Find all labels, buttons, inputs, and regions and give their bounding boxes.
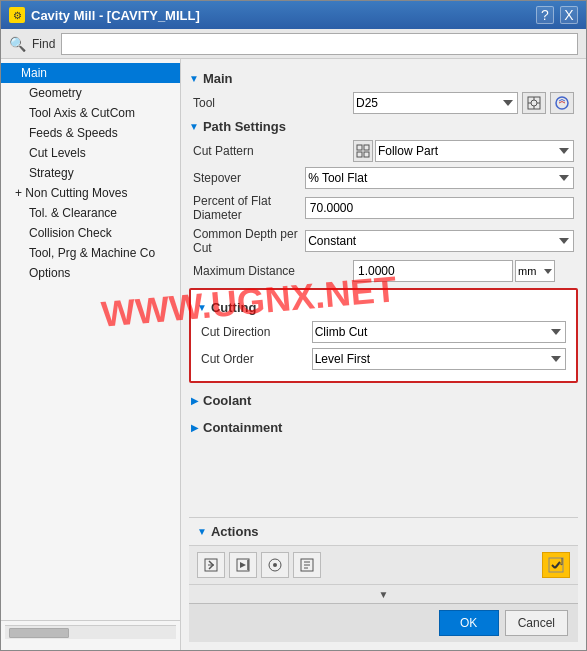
cut-pattern-select[interactable]: Follow Part Follow Periphery Zig Zag Zig…: [375, 140, 574, 162]
cut-direction-row: Cut Direction Climb Cut Conventional Cut: [197, 321, 570, 343]
containment-title: Containment: [203, 420, 282, 435]
actions-title: Actions: [211, 524, 259, 539]
cut-direction-label: Cut Direction: [201, 325, 312, 339]
panel-content: ▼ Main Tool D25: [189, 67, 578, 517]
cutting-title: Cutting: [211, 300, 256, 315]
cutting-header: ▼ Cutting: [197, 300, 570, 315]
help-button[interactable]: ?: [536, 6, 554, 24]
toolbar-btn2[interactable]: [229, 552, 257, 578]
actions-section: ▼ Actions: [189, 517, 578, 545]
toolbar-btn1[interactable]: [197, 552, 225, 578]
sidebar-item-main[interactable]: Main: [1, 63, 180, 83]
find-label: Find: [32, 37, 55, 51]
max-distance-label: Maximum Distance: [193, 264, 353, 278]
title-bar: ⚙ Cavity Mill - [CAVITY_MILL] ? X: [1, 1, 586, 29]
close-button[interactable]: X: [560, 6, 578, 24]
cut-order-label: Cut Order: [201, 352, 312, 366]
containment-header[interactable]: ▶ Containment: [189, 416, 578, 439]
toolbar-confirm-btn[interactable]: [542, 552, 570, 578]
cutting-section: ▼ Cutting Cut Direction Climb Cut Conven…: [189, 288, 578, 383]
sidebar-item-geometry[interactable]: Geometry: [1, 83, 180, 103]
tool-row: Tool D25: [189, 92, 578, 114]
tool-control: D25: [353, 92, 574, 114]
unit-select[interactable]: mm in: [515, 260, 555, 282]
stepover-select[interactable]: % Tool Flat % Tool Diameter Constant: [305, 167, 574, 189]
path-settings-header: ▼ Path Settings: [189, 119, 578, 134]
window-title: Cavity Mill - [CAVITY_MILL]: [31, 8, 200, 23]
find-icon: 🔍: [9, 36, 26, 52]
main-arrow[interactable]: ▼: [189, 73, 199, 84]
path-title: Path Settings: [203, 119, 286, 134]
common-depth-label: Common Depth per Cut: [193, 227, 305, 255]
sidebar-item-options[interactable]: Options: [1, 263, 180, 283]
toolbar-icons: [197, 552, 321, 578]
coolant-arrow: ▶: [191, 395, 199, 406]
cut-direction-select[interactable]: Climb Cut Conventional Cut: [312, 321, 566, 343]
tool-btn1[interactable]: [522, 92, 546, 114]
sidebar-item-feeds[interactable]: Feeds & Speeds: [1, 123, 180, 143]
coolant-header[interactable]: ▶ Coolant: [189, 389, 578, 412]
scroll-thumb[interactable]: [9, 628, 69, 638]
find-bar: 🔍 Find: [1, 29, 586, 59]
sidebar-item-cutlevels[interactable]: Cut Levels: [1, 143, 180, 163]
tool-label: Tool: [193, 96, 353, 110]
sidebar-item-tol[interactable]: Tol. & Clearance: [1, 203, 180, 223]
max-distance-control: mm in: [353, 260, 555, 282]
svg-point-1: [531, 100, 537, 106]
stepover-label: Stepover: [193, 171, 305, 185]
sidebar-item-noncutting[interactable]: + Non Cutting Moves: [1, 183, 180, 203]
tool-select[interactable]: D25: [353, 92, 518, 114]
scroll-indicator: ▼: [189, 584, 578, 603]
stepover-row: Stepover % Tool Flat % Tool Diameter Con…: [189, 167, 578, 189]
common-depth-select[interactable]: Constant Variable: [305, 230, 574, 252]
cut-order-select[interactable]: Level First Depth First: [312, 348, 566, 370]
tool-btn2[interactable]: [550, 92, 574, 114]
ok-button[interactable]: OK: [439, 610, 499, 636]
sidebar-scrollbar[interactable]: [5, 625, 176, 639]
cut-order-row: Cut Order Level First Depth First: [197, 348, 570, 370]
app-icon: ⚙: [9, 7, 25, 23]
svg-rect-7: [357, 145, 362, 150]
main-section-header: ▼ Main: [189, 71, 578, 86]
coolant-title: Coolant: [203, 393, 251, 408]
actions-arrow: ▼: [197, 526, 207, 537]
max-distance-input[interactable]: [353, 260, 513, 282]
containment-arrow: ▶: [191, 422, 199, 433]
sidebar: Main Geometry Tool Axis & CutCom Feeds &…: [1, 59, 181, 650]
svg-rect-8: [364, 145, 369, 150]
percent-flat-input[interactable]: [305, 197, 574, 219]
path-arrow[interactable]: ▼: [189, 121, 199, 132]
sidebar-list: Main Geometry Tool Axis & CutCom Feeds &…: [1, 59, 180, 620]
cut-pattern-control: Follow Part Follow Periphery Zig Zag Zig…: [353, 140, 574, 162]
cutting-arrow[interactable]: ▼: [197, 302, 207, 313]
sidebar-scroll-area: [1, 620, 180, 650]
toolbar-btn4[interactable]: [293, 552, 321, 578]
svg-rect-21: [549, 558, 563, 572]
main-title: Main: [203, 71, 233, 86]
sidebar-item-collision[interactable]: Collision Check: [1, 223, 180, 243]
percent-flat-label: Percent of Flat Diameter: [193, 194, 305, 222]
cut-pattern-row: Cut Pattern Follow Part Follow Periphery…: [189, 140, 578, 162]
svg-rect-10: [364, 152, 369, 157]
bottom-toolbar: [189, 545, 578, 584]
svg-point-16: [273, 563, 277, 567]
cut-pattern-icon[interactable]: [353, 140, 373, 162]
right-panel: ▼ Main Tool D25: [181, 59, 586, 650]
toolbar-btn3[interactable]: [261, 552, 289, 578]
svg-rect-9: [357, 152, 362, 157]
sidebar-item-toolaxis[interactable]: Tool Axis & CutCom: [1, 103, 180, 123]
percent-flat-row: Percent of Flat Diameter: [189, 194, 578, 222]
svg-point-6: [556, 97, 568, 109]
dialog-footer: OK Cancel: [189, 603, 578, 642]
find-input[interactable]: [61, 33, 578, 55]
cut-pattern-label: Cut Pattern: [193, 144, 353, 158]
max-distance-row: Maximum Distance mm in: [189, 260, 578, 282]
down-arrow-icon: ▼: [379, 589, 389, 600]
sidebar-item-strategy[interactable]: Strategy: [1, 163, 180, 183]
actions-header[interactable]: ▼ Actions: [197, 522, 570, 541]
sidebar-item-toolprg[interactable]: Tool, Prg & Machine Co: [1, 243, 180, 263]
common-depth-row: Common Depth per Cut Constant Variable: [189, 227, 578, 255]
cancel-button[interactable]: Cancel: [505, 610, 568, 636]
